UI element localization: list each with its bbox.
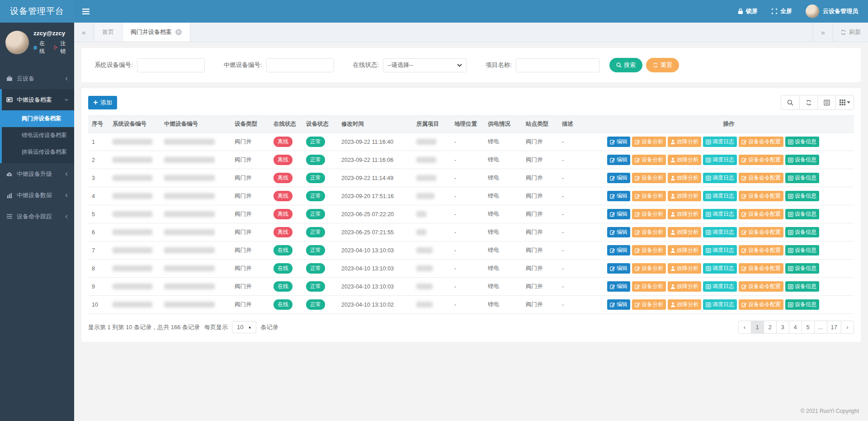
dispatch-log-button[interactable]: 调度日志	[703, 281, 737, 292]
dispatch-log-button[interactable]: 调度日志	[703, 299, 737, 310]
fullscreen-button[interactable]: 全屏	[771, 7, 792, 15]
dispatch-log-button[interactable]: 调度日志	[703, 173, 737, 183]
dispatch-log-button[interactable]: 调度日志	[703, 209, 737, 219]
tab-home[interactable]: 首页	[94, 23, 123, 42]
next-page-button[interactable]: ›	[841, 321, 854, 334]
device-command-config-button[interactable]: 设备命令配置	[739, 227, 783, 237]
dispatch-log-button[interactable]: 调度日志	[703, 191, 737, 201]
search-button[interactable]: 搜索	[609, 58, 642, 72]
device-command-config-button[interactable]: 设备命令配置	[739, 173, 783, 183]
device-info-button[interactable]: 设备信息	[785, 191, 819, 201]
tabs-scroll-left-button[interactable]: «	[74, 23, 94, 42]
sidebar-item-lithium-remote-archive[interactable]: 锂电远传设备档案	[2, 127, 74, 144]
edit-button[interactable]: 编辑	[607, 137, 630, 147]
fault-analysis-button[interactable]: 故障分析	[668, 227, 701, 237]
fault-analysis-button[interactable]: 故障分析	[668, 245, 701, 255]
device-info-button[interactable]: 设备信息	[785, 227, 819, 237]
table-columns-button[interactable]	[835, 95, 854, 109]
prev-page-button[interactable]: ‹	[738, 321, 751, 334]
device-analysis-button[interactable]: 设备分析	[632, 263, 666, 274]
device-analysis-button[interactable]: 设备分析	[632, 155, 666, 165]
device-info-button[interactable]: 设备信息	[785, 263, 819, 274]
page-ellipsis[interactable]: ...	[814, 321, 827, 334]
project-name-input[interactable]	[516, 58, 599, 72]
device-analysis-button[interactable]: 设备分析	[632, 173, 666, 183]
device-command-config-button[interactable]: 设备命令配置	[739, 209, 783, 219]
edit-button[interactable]: 编辑	[607, 209, 630, 219]
device-analysis-button[interactable]: 设备分析	[632, 227, 666, 237]
dispatch-log-button[interactable]: 调度日志	[703, 245, 737, 255]
edit-button[interactable]: 编辑	[607, 155, 630, 165]
sidebar-toggle-button[interactable]	[74, 0, 98, 23]
device-command-config-button[interactable]: 设备命令配置	[739, 281, 783, 292]
dispatch-log-button[interactable]: 调度日志	[703, 155, 737, 165]
table-search-toggle-button[interactable]	[781, 95, 799, 109]
edit-button[interactable]: 编辑	[607, 227, 630, 237]
device-command-config-button[interactable]: 设备命令配置	[739, 137, 783, 147]
edit-button[interactable]: 编辑	[607, 245, 630, 255]
table-refresh-button[interactable]	[799, 95, 817, 109]
edit-button[interactable]: 编辑	[607, 299, 630, 310]
device-command-config-button[interactable]: 设备命令配置	[739, 245, 783, 255]
tab-refresh-button[interactable]: 刷新	[833, 23, 868, 42]
device-analysis-button[interactable]: 设备分析	[632, 281, 666, 292]
page-3-button[interactable]: 3	[776, 321, 789, 334]
device-command-config-button[interactable]: 设备命令配置	[739, 191, 783, 201]
fault-analysis-button[interactable]: 故障分析	[668, 137, 701, 147]
dispatch-log-button[interactable]: 调度日志	[703, 263, 737, 274]
edit-button[interactable]: 编辑	[607, 263, 630, 274]
logout-link[interactable]: 注销	[54, 40, 70, 55]
sidebar-item-valve-well-archive[interactable]: 阀门井设备档案	[2, 110, 74, 127]
tab-valve-well-archive[interactable]: 阀门井设备档案 ×	[123, 23, 190, 42]
fault-analysis-button[interactable]: 故障分析	[668, 299, 701, 310]
device-info-button[interactable]: 设备信息	[785, 245, 819, 255]
device-info-button[interactable]: 设备信息	[785, 173, 819, 183]
device-info-button[interactable]: 设备信息	[785, 299, 819, 310]
system-device-no-input[interactable]	[137, 58, 205, 72]
page-17-button[interactable]: 17	[827, 321, 841, 334]
fault-analysis-button[interactable]: 故障分析	[668, 155, 701, 165]
page-2-button[interactable]: 2	[764, 321, 777, 334]
edit-button[interactable]: 编辑	[607, 281, 630, 292]
online-status-select[interactable]: --请选择--	[383, 58, 467, 72]
close-icon[interactable]: ×	[175, 29, 182, 35]
device-info-button[interactable]: 设备信息	[785, 209, 819, 219]
sidebar-item-device-archive[interactable]: 中燃设备档案	[2, 89, 74, 110]
device-analysis-button[interactable]: 设备分析	[632, 209, 666, 219]
page-size-select[interactable]: 10 ▲	[232, 321, 256, 333]
dispatch-log-button[interactable]: 调度日志	[703, 227, 737, 237]
device-analysis-button[interactable]: 设备分析	[632, 299, 666, 310]
fault-analysis-button[interactable]: 故障分析	[668, 173, 701, 183]
zr-device-no-input[interactable]	[266, 58, 334, 72]
device-info-button[interactable]: 设备信息	[785, 281, 819, 292]
table-detail-view-button[interactable]	[817, 95, 835, 109]
edit-button[interactable]: 编辑	[607, 191, 630, 201]
device-info-button[interactable]: 设备信息	[785, 137, 819, 147]
fault-analysis-button[interactable]: 故障分析	[668, 191, 701, 201]
page-4-button[interactable]: 4	[789, 321, 802, 334]
fault-analysis-button[interactable]: 故障分析	[668, 281, 701, 292]
sidebar-item-device-data[interactable]: 中燃设备数据	[0, 184, 74, 206]
fault-analysis-button[interactable]: 故障分析	[668, 209, 701, 219]
device-command-config-button[interactable]: 设备命令配置	[739, 155, 783, 165]
device-analysis-button[interactable]: 设备分析	[632, 245, 666, 255]
device-analysis-button[interactable]: 设备分析	[632, 191, 666, 201]
lock-screen-button[interactable]: 锁屏	[738, 7, 758, 15]
device-info-button[interactable]: 设备信息	[785, 155, 819, 165]
edit-button[interactable]: 编辑	[607, 173, 630, 183]
device-command-config-button[interactable]: 设备命令配置	[739, 299, 783, 310]
reset-button[interactable]: 重置	[646, 58, 679, 72]
fault-analysis-button[interactable]: 故障分析	[668, 263, 701, 274]
sidebar-item-cloud-device[interactable]: 云设备	[0, 68, 74, 89]
sidebar-item-command-trace[interactable]: 设备命令跟踪	[0, 206, 74, 227]
device-analysis-button[interactable]: 设备分析	[632, 137, 666, 147]
device-command-config-button[interactable]: 设备命令配置	[739, 263, 783, 274]
user-menu[interactable]: 云设备管理员	[806, 5, 858, 18]
sidebar-item-assembled-remote-archive[interactable]: 拼装远传设备档案	[2, 144, 74, 161]
add-button[interactable]: 添加	[88, 96, 117, 109]
page-1-button[interactable]: 1	[751, 321, 764, 334]
sidebar-item-device-upgrade[interactable]: 中燃设备升级	[0, 163, 74, 184]
tabs-scroll-right-button[interactable]: »	[813, 23, 833, 42]
dispatch-log-button[interactable]: 调度日志	[703, 137, 737, 147]
page-5-button[interactable]: 5	[802, 321, 815, 334]
